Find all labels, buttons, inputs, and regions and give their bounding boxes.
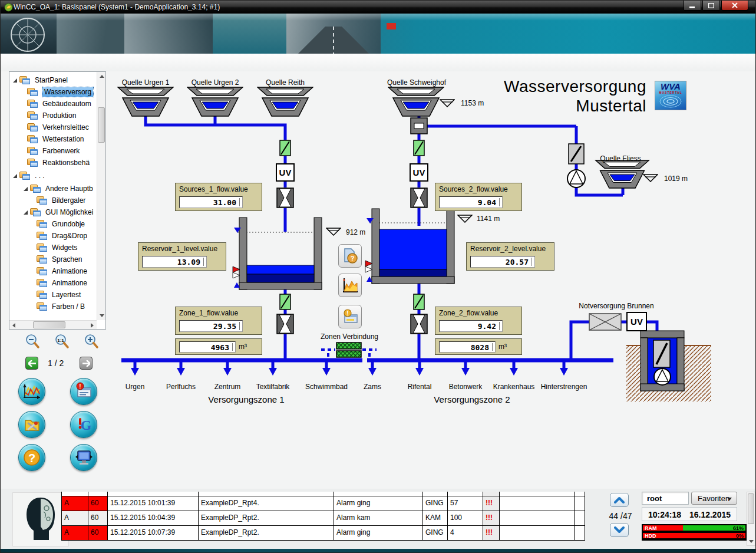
zone2-volume-unit: m³: [499, 343, 507, 351]
outlet-hinterstrengen: Hinterstrengen: [541, 383, 587, 391]
alarm-launcher-button[interactable]: !: [70, 378, 97, 405]
document-question-icon: ?: [341, 247, 359, 265]
app-icon: [4, 3, 13, 12]
expander-icon[interactable]: [24, 187, 28, 191]
zone1-flow-value[interactable]: 29.35: [179, 320, 243, 332]
tree-item-animationen-2[interactable]: Animatione: [9, 277, 96, 289]
letter-g-alert-icon: G: [71, 412, 97, 437]
alarm-datapoint: ExampleDP_Rpt2.: [199, 525, 334, 540]
engineering-launcher-button[interactable]: [18, 411, 45, 438]
level-fliess: 1019 m: [664, 175, 688, 183]
alarm-row[interactable]: A 60 15.12.2015 10:01:39 ExampleDP_Rpt4.…: [62, 496, 585, 511]
zone1-flow-box: Zone_1_flow.value 29.35: [175, 307, 262, 335]
expander-icon[interactable]: [13, 174, 17, 178]
expander-icon[interactable]: [13, 78, 17, 83]
alarm-row[interactable]: A 60 15.12.2015 10:07:39 ExampleDP_Rpt2.…: [62, 525, 585, 540]
alarm-ack[interactable]: !!!: [483, 511, 500, 525]
user-field[interactable]: root: [642, 492, 689, 505]
user-avatar: [12, 492, 69, 547]
hdd-gauge: HDD 0%: [642, 532, 746, 539]
tree-item-animationen-1[interactable]: Animatione: [9, 265, 96, 277]
tree-item-wasserversorgung[interactable]: Wasserversorg: [9, 86, 96, 98]
zoom-in-button[interactable]: [83, 333, 101, 351]
alarm-scroll-up-button[interactable]: [610, 493, 629, 507]
level-marker-reservoir2: [458, 215, 472, 222]
tree-item-widgets[interactable]: Widgets: [9, 242, 96, 254]
reservoir-1: [233, 218, 322, 289]
alarm-ack[interactable]: !!!: [483, 525, 500, 540]
alarm-scroll-down-button[interactable]: [610, 523, 629, 537]
alarm-ack[interactable]: !!!: [483, 496, 500, 511]
tree-item-grundobjekte[interactable]: Grundobje: [9, 218, 96, 230]
navigation-tree-panel: StartPanel Wasserversorg Gebäudeautom Pr…: [9, 71, 106, 330]
tree-item-farbenwerk[interactable]: Farbenwerk: [9, 145, 96, 157]
minimize-button[interactable]: [684, 1, 701, 11]
alarm-datetime: 15.12.2015 10:04:39: [108, 511, 199, 525]
reservoir2-level-value[interactable]: 20.57: [470, 256, 535, 268]
tree-item-layertest[interactable]: Layertest: [9, 289, 96, 301]
close-button[interactable]: [721, 1, 748, 11]
tree-item-gebaeudeautomation[interactable]: Gebäudeautom: [9, 98, 96, 110]
expander-icon[interactable]: [24, 210, 28, 215]
tree-item-verkehrsleittechnik[interactable]: Verkehrsleittec: [9, 121, 96, 133]
zoom-out-button[interactable]: [24, 333, 42, 351]
alarm-panel-button[interactable]: !: [338, 305, 362, 328]
label-quelle-urgen2: Quelle Urgen 2: [192, 78, 239, 87]
ging-alarm-launcher-button[interactable]: G: [70, 411, 97, 438]
maximize-button[interactable]: [702, 1, 720, 11]
vision-launcher-button[interactable]: [70, 444, 97, 471]
road-graphic: [286, 27, 381, 54]
alarm-prio: A: [62, 525, 88, 540]
tree-item-label: Farbenwerk: [42, 147, 80, 155]
chevron-down-icon: [727, 498, 732, 501]
help-launcher-button[interactable]: ?: [18, 444, 45, 471]
page-prev-button[interactable]: [25, 357, 38, 370]
tree-item-dots[interactable]: . . .: [9, 169, 96, 183]
reservoir1-level-value[interactable]: 13.09: [142, 256, 207, 268]
alarm-row[interactable]: A 60 15.12.2015 10:04:39 ExampleDP_Rpt2.…: [62, 511, 585, 525]
tree-horizontal-scrollbar[interactable]: [9, 320, 97, 329]
tree-item-startpanel[interactable]: StartPanel: [9, 74, 96, 86]
outlet-rifental: Rifental: [408, 383, 432, 391]
zonen-verbindung-valve[interactable]: [336, 343, 361, 357]
tree-item-wetterstation[interactable]: Wetterstation: [9, 133, 96, 145]
tree-item-gui-moeglichkeiten[interactable]: GUI Möglichkei: [9, 206, 96, 218]
tree-item-label: Produktion: [42, 111, 76, 120]
help-document-button[interactable]: ?: [338, 244, 362, 268]
tree-item-dragdrop[interactable]: Drag&Drop: [9, 230, 96, 242]
tree-item-sprachen[interactable]: Sprachen: [9, 254, 96, 265]
alarm-prio: A: [62, 511, 88, 525]
tree-item-produktion[interactable]: Produktion: [9, 110, 96, 121]
pipe-network: [121, 111, 662, 376]
sources2-flow-value[interactable]: 9.04: [439, 196, 503, 208]
label-quelle-fliess: Quelle Fliess: [600, 154, 641, 163]
alarm-window-icon: !: [71, 378, 97, 404]
system-gauges: RAM 61% HDD 0%: [642, 524, 747, 541]
tree-item-label: GUI Möglichkei: [45, 208, 93, 216]
page-next-button[interactable]: [80, 357, 93, 370]
alarm-prio: A: [62, 496, 88, 511]
alarm-datetime: 15.12.2015 10:01:39: [108, 496, 199, 511]
favorites-dropdown[interactable]: Favoriten: [691, 492, 737, 505]
zoom-reset-button[interactable]: 1:1: [54, 333, 71, 351]
wva-logo: WVA MUSTERTAL: [655, 81, 686, 110]
reservoir1-level-label: Reservoir_1_level.value: [138, 243, 226, 253]
trend-chart-button[interactable]: [338, 274, 362, 297]
tree-item-farben[interactable]: Farben / B: [9, 301, 96, 312]
zone1-volume-value[interactable]: 4963: [179, 341, 236, 353]
sources1-flow-value[interactable]: 31.00: [179, 196, 243, 208]
tree-vertical-scrollbar[interactable]: [97, 72, 105, 320]
trend-launcher-button[interactable]: [18, 378, 45, 405]
outlet-krankenhaus: Krankenhaus: [493, 383, 535, 391]
logo-wva-text: WVA: [655, 82, 686, 91]
tree-item-reaktionsbehaelter[interactable]: Reaktionsbehä: [9, 157, 96, 169]
level-marker-schweighof: [440, 100, 454, 107]
tree-item-bildergalerie[interactable]: Bildergaler: [9, 195, 96, 206]
chevron-up-icon: [614, 496, 625, 503]
main-vertical-scrollbar[interactable]: [747, 492, 755, 546]
level-reservoir2: 1141 m: [477, 215, 500, 223]
tree-item-andere-hauptbilder[interactable]: Andere Hauptb: [9, 183, 96, 195]
zone2-volume-value[interactable]: 8028: [439, 341, 496, 353]
source-symbol-urgen2: [187, 87, 243, 116]
zone2-flow-value[interactable]: 9.42: [439, 320, 503, 332]
